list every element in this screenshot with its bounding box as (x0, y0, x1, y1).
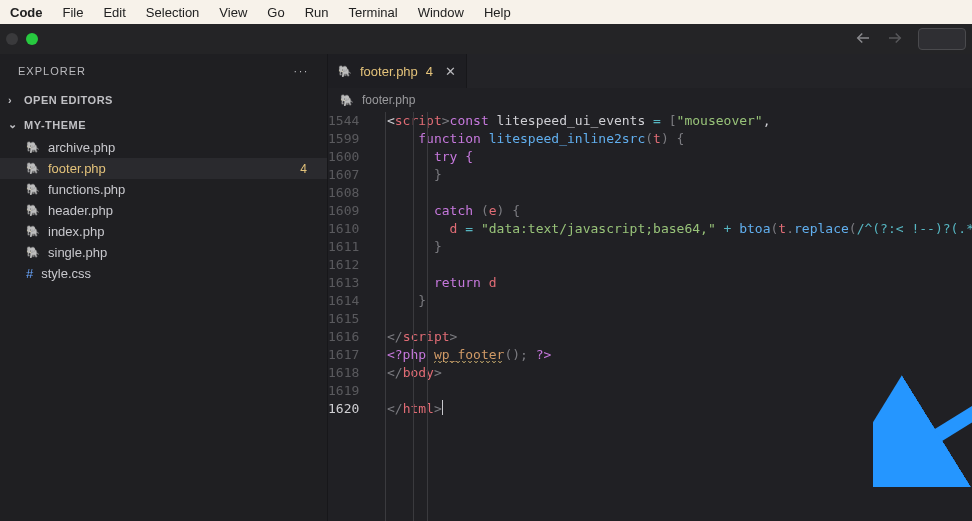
css-file-icon: # (26, 266, 33, 281)
breadcrumb[interactable]: 🐘 footer.php (328, 88, 972, 112)
file-label: functions.php (48, 182, 125, 197)
folder-section[interactable]: MY-THEME (0, 112, 327, 137)
nav-back-button[interactable] (854, 29, 872, 50)
php-file-icon: 🐘 (26, 183, 40, 196)
tab-close-icon[interactable]: ✕ (441, 64, 456, 79)
file-item[interactable]: 🐘 archive.php (0, 137, 327, 158)
php-file-icon: 🐘 (340, 94, 354, 107)
file-item[interactable]: 🐘 functions.php (0, 179, 327, 200)
file-label: single.php (48, 245, 107, 260)
open-editors-label: OPEN EDITORS (24, 94, 113, 106)
file-label: header.php (48, 203, 113, 218)
menu-edit[interactable]: Edit (103, 5, 125, 20)
file-item[interactable]: # style.css (0, 263, 327, 284)
explorer-more-icon[interactable]: ··· (294, 65, 309, 77)
menu-window[interactable]: Window (418, 5, 464, 20)
php-file-icon: 🐘 (26, 246, 40, 259)
menu-file[interactable]: File (63, 5, 84, 20)
folder-name: MY-THEME (24, 119, 86, 131)
text-cursor (442, 400, 443, 415)
php-file-icon: 🐘 (26, 141, 40, 154)
window-close-icon[interactable] (6, 33, 18, 45)
editor-group: 🐘 footer.php 4 ✕ 🐘 footer.php 1544159916… (328, 54, 972, 521)
nav-forward-button[interactable] (886, 29, 904, 50)
tab-filename: footer.php (360, 64, 418, 79)
tab-bar: 🐘 footer.php 4 ✕ (328, 54, 972, 88)
php-file-icon: 🐘 (338, 65, 352, 78)
macos-menubar: Code File Edit Selection View Go Run Ter… (0, 0, 972, 24)
code-body[interactable]: <script>const litespeed_ui_events = ["mo… (371, 112, 972, 521)
explorer-sidebar: EXPLORER ··· OPEN EDITORS MY-THEME 🐘 arc… (0, 54, 328, 521)
file-item[interactable]: 🐘 index.php (0, 221, 327, 242)
menu-view[interactable]: View (219, 5, 247, 20)
file-item[interactable]: 🐘 header.php (0, 200, 327, 221)
file-label: style.css (41, 266, 91, 281)
menu-code[interactable]: Code (10, 5, 43, 20)
window-zoom-icon[interactable] (26, 33, 38, 45)
chevron-down-icon (8, 118, 18, 131)
menu-run[interactable]: Run (305, 5, 329, 20)
titlebar-search[interactable] (918, 28, 966, 50)
php-file-icon: 🐘 (26, 204, 40, 217)
php-file-icon: 🐘 (26, 162, 40, 175)
php-file-icon: 🐘 (26, 225, 40, 238)
file-label: footer.php (48, 161, 106, 176)
breadcrumb-file: footer.php (362, 93, 415, 107)
window-traffic-lights[interactable] (6, 33, 38, 45)
file-item[interactable]: 🐘 single.php (0, 242, 327, 263)
menu-help[interactable]: Help (484, 5, 511, 20)
file-item[interactable]: 🐘 footer.php 4 (0, 158, 327, 179)
menu-terminal[interactable]: Terminal (349, 5, 398, 20)
file-problems-badge: 4 (300, 162, 315, 176)
editor-tab[interactable]: 🐘 footer.php 4 ✕ (328, 54, 467, 88)
open-editors-section[interactable]: OPEN EDITORS (0, 88, 327, 112)
file-list: 🐘 archive.php 🐘 footer.php 4 🐘 functions… (0, 137, 327, 284)
tab-problems-badge: 4 (426, 64, 433, 79)
menu-selection[interactable]: Selection (146, 5, 199, 20)
file-label: index.php (48, 224, 104, 239)
code-editor[interactable]: 1544159916001607160816091610161116121613… (328, 112, 972, 521)
explorer-title: EXPLORER (18, 65, 86, 77)
chevron-right-icon (8, 94, 18, 106)
file-label: archive.php (48, 140, 115, 155)
window-titlebar (0, 24, 972, 54)
line-gutter: 1544159916001607160816091610161116121613… (328, 112, 371, 521)
menu-go[interactable]: Go (267, 5, 284, 20)
